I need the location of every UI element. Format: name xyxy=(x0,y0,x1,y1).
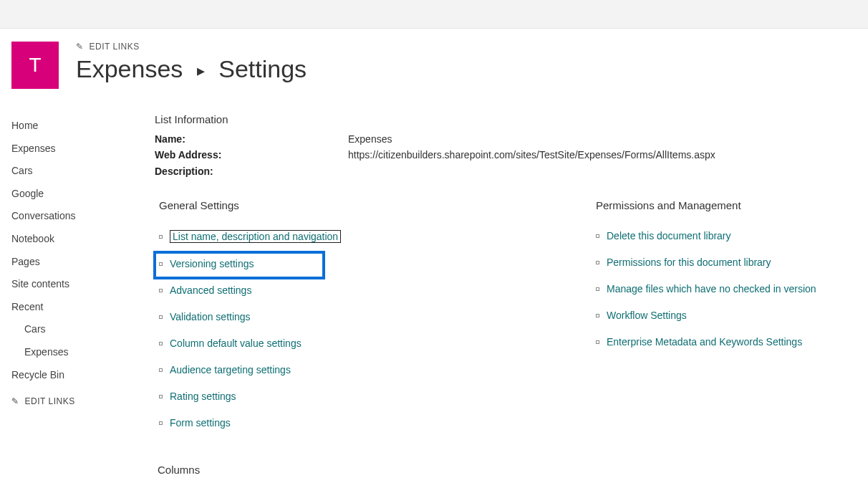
settings-link[interactable]: Validation settings xyxy=(170,311,251,322)
columns-heading: Columns xyxy=(155,464,854,476)
bullet-icon xyxy=(159,235,163,239)
settings-link[interactable]: List name, description and navigation xyxy=(170,230,341,243)
settings-link[interactable]: Versioning settings xyxy=(170,258,254,269)
settings-link[interactable]: Rating settings xyxy=(170,391,236,402)
settings-link-item: Validation settings xyxy=(159,311,563,322)
nav-item[interactable]: Expenses xyxy=(11,341,140,364)
settings-link[interactable]: Workflow Settings xyxy=(607,310,687,321)
permissions-management-list: Delete this document libraryPermissions … xyxy=(592,230,854,348)
settings-link-item: Audience targeting settings xyxy=(159,364,563,375)
settings-link-item: Workflow Settings xyxy=(596,310,854,321)
bullet-icon xyxy=(159,421,163,425)
settings-link[interactable]: Enterprise Metadata and Keywords Setting… xyxy=(607,336,802,348)
settings-link-item: Permissions for this document library xyxy=(596,257,854,268)
settings-link-item: Form settings xyxy=(159,417,563,429)
bullet-icon xyxy=(596,261,599,264)
pencil-icon: ✎ xyxy=(11,396,19,406)
nav-item[interactable]: Notebook xyxy=(11,228,140,251)
left-navigation: HomeExpensesCarsGoogleConversationsNoteb… xyxy=(11,110,155,406)
nav-item[interactable]: Site contents xyxy=(11,273,140,296)
nav-item[interactable]: Cars xyxy=(11,318,140,341)
info-label: Web Address: xyxy=(155,147,348,163)
bullet-icon xyxy=(159,315,163,319)
site-logo-tile[interactable]: T xyxy=(11,42,59,89)
bullet-icon xyxy=(159,289,163,292)
nav-item[interactable]: Cars xyxy=(11,160,140,183)
bullet-icon xyxy=(159,395,163,398)
edit-links-top-button[interactable]: ✎ EDIT LINKS xyxy=(76,42,307,52)
bullet-icon xyxy=(596,287,599,291)
nav-item[interactable]: Pages xyxy=(11,251,140,274)
settings-link-item: Versioning settings xyxy=(159,258,563,269)
info-value: https://citizenbuilders.sharepoint.com/s… xyxy=(348,147,715,163)
info-row: Name:Expenses xyxy=(155,131,854,147)
settings-link-item: Manage files which have no checked in ve… xyxy=(596,283,854,295)
settings-link[interactable]: Advanced settings xyxy=(170,284,251,296)
info-value: Expenses xyxy=(348,131,392,147)
info-label: Description: xyxy=(155,163,348,179)
edit-links-nav-button[interactable]: ✎EDIT LINKS xyxy=(11,386,140,406)
nav-item[interactable]: Home xyxy=(11,115,140,138)
nav-item[interactable]: Conversations xyxy=(11,205,140,228)
list-information-heading: List Information xyxy=(155,113,854,125)
bullet-icon xyxy=(159,342,163,345)
settings-link-item: Column default value settings xyxy=(159,338,563,349)
nav-item[interactable]: Expenses xyxy=(11,138,140,161)
breadcrumb-page: Settings xyxy=(218,55,307,82)
settings-link-item: Rating settings xyxy=(159,391,563,402)
settings-link[interactable]: Column default value settings xyxy=(170,338,302,349)
nav-item[interactable]: Google xyxy=(11,183,140,206)
settings-link-item: List name, description and navigation xyxy=(159,230,563,243)
settings-link[interactable]: Delete this document library xyxy=(607,230,731,241)
permissions-management-heading: Permissions and Management xyxy=(592,199,854,211)
settings-link[interactable]: Form settings xyxy=(170,417,231,429)
settings-link[interactable]: Permissions for this document library xyxy=(607,257,771,268)
breadcrumb-site[interactable]: Expenses xyxy=(76,55,183,82)
list-information-table: Name:ExpensesWeb Address:https://citizen… xyxy=(155,131,854,179)
info-row: Web Address:https://citizenbuilders.shar… xyxy=(155,147,854,163)
nav-item[interactable]: Recent xyxy=(11,296,140,319)
bullet-icon xyxy=(159,262,163,266)
settings-link-item: Delete this document library xyxy=(596,230,854,241)
bullet-icon xyxy=(159,368,163,372)
bullet-icon xyxy=(596,340,599,344)
general-settings-list: List name, description and navigationVer… xyxy=(155,230,563,429)
general-settings-heading: General Settings xyxy=(155,199,563,211)
settings-link[interactable]: Audience targeting settings xyxy=(170,364,291,375)
settings-link-item: Enterprise Metadata and Keywords Setting… xyxy=(596,336,854,348)
breadcrumb: Expenses ▸ Settings xyxy=(76,56,307,82)
page-header: T ✎ EDIT LINKS Expenses ▸ Settings xyxy=(11,42,868,89)
info-row: Description: xyxy=(155,163,854,179)
settings-link[interactable]: Manage files which have no checked in ve… xyxy=(607,283,816,295)
bullet-icon xyxy=(596,314,599,317)
settings-content: List Information Name:ExpensesWeb Addres… xyxy=(155,110,868,476)
pencil-icon: ✎ xyxy=(76,42,84,52)
top-ribbon-bar xyxy=(0,0,868,29)
breadcrumb-separator-icon: ▸ xyxy=(197,62,205,80)
edit-links-top-label: EDIT LINKS xyxy=(90,42,140,52)
bullet-icon xyxy=(596,234,599,238)
info-label: Name: xyxy=(155,131,348,147)
settings-link-item: Advanced settings xyxy=(159,284,563,296)
nav-item[interactable]: Recycle Bin xyxy=(11,364,140,387)
edit-links-nav-label: EDIT LINKS xyxy=(25,396,75,406)
